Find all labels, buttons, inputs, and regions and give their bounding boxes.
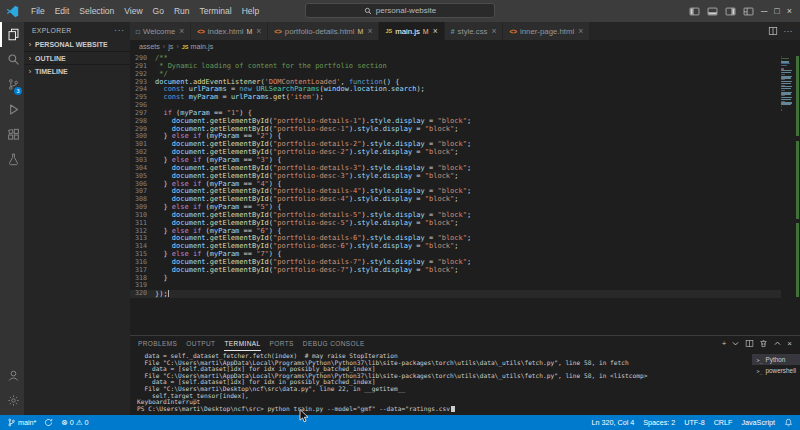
- menu-go[interactable]: Go: [148, 0, 169, 22]
- code-token: =: [218, 93, 231, 101]
- problems-indicator[interactable]: ⊗ 0 ⚠ 0: [61, 418, 88, 427]
- warning-count: 0: [84, 418, 88, 427]
- tab-index-html[interactable]: <>index.htmlM×: [191, 22, 268, 40]
- breadcrumb-item-assets[interactable]: assets: [139, 42, 160, 51]
- close-icon[interactable]: ×: [179, 26, 184, 36]
- menu-edit[interactable]: Edit: [50, 0, 75, 22]
- code-token: getElementById: [210, 140, 269, 148]
- menu-file[interactable]: File: [26, 0, 50, 22]
- minimap[interactable]: [781, 53, 794, 335]
- terminal-picker-icon[interactable]: [731, 339, 740, 348]
- panel-tab-ports[interactable]: PORTS: [270, 336, 294, 351]
- more-actions-icon[interactable]: ···: [784, 27, 794, 36]
- activity-testing[interactable]: [0, 147, 24, 172]
- terminal-label: powershell: [765, 367, 796, 374]
- close-panel-icon[interactable]: ×: [787, 340, 792, 348]
- tab-main-js[interactable]: JSmain.jsM×: [379, 22, 444, 40]
- activity-account[interactable]: [0, 363, 24, 388]
- code-token: ==: [210, 109, 227, 117]
- tab-welcome[interactable]: □Welcome×: [130, 22, 191, 40]
- terminal-list-item-powershell[interactable]: >_powershell: [752, 365, 800, 376]
- code-token: document: [172, 140, 206, 148]
- sidebar-section-outline[interactable]: ›OUTLINE: [24, 51, 130, 64]
- breadcrumb-item-main-js[interactable]: JSmain.js: [182, 42, 214, 51]
- maximize-panel-icon[interactable]: [773, 339, 782, 348]
- menu-view[interactable]: View: [119, 0, 147, 22]
- code-token: "block": [437, 164, 467, 172]
- menu-terminal[interactable]: Terminal: [195, 0, 237, 22]
- minimap-line: [781, 99, 791, 100]
- more-actions-icon[interactable]: ···: [114, 26, 125, 35]
- panel-tab-problems[interactable]: PROBLEMS: [138, 336, 177, 351]
- new-terminal-icon[interactable]: +: [722, 340, 727, 348]
- indentation-indicator[interactable]: Spaces: 2: [643, 418, 675, 427]
- activity-settings[interactable]: [0, 388, 24, 413]
- layout-secondary-icon[interactable]: [725, 6, 736, 17]
- panel-tab-terminal[interactable]: TERMINAL: [224, 336, 260, 351]
- code-token: display: [395, 140, 425, 148]
- git-branch-indicator[interactable]: main*: [7, 418, 36, 427]
- code-token: ==: [239, 132, 256, 140]
- cursor-position-indicator[interactable]: Ln 320, Col 4: [592, 418, 635, 427]
- minimize-icon[interactable]: ─: [761, 7, 767, 16]
- menu-help[interactable]: Help: [237, 0, 264, 22]
- code-token: "block": [425, 242, 455, 250]
- sidebar-section-timeline[interactable]: ›TIMELINE: [24, 64, 130, 77]
- code-line-291: 291 * Dynamic loading of content for the…: [130, 63, 781, 71]
- eol-indicator[interactable]: CRLF: [714, 418, 733, 427]
- notifications-bell-icon[interactable]: [784, 418, 793, 427]
- maximize-icon[interactable]: □: [774, 7, 779, 16]
- command-center-search[interactable]: personal-website: [305, 3, 495, 18]
- tab-portfolio-details-html[interactable]: <>portfolio-details.htmlM×: [268, 22, 379, 40]
- breadcrumb-item-js[interactable]: js: [168, 42, 173, 51]
- close-icon[interactable]: ×: [433, 26, 438, 36]
- code-token: display: [383, 242, 413, 250]
- activity-extensions[interactable]: [0, 122, 24, 147]
- code-token: "portfolio-desc-5": [273, 219, 349, 227]
- close-icon[interactable]: ×: [367, 26, 372, 36]
- layout-sidebar-icon[interactable]: [689, 6, 700, 17]
- activity-search[interactable]: [0, 47, 24, 72]
- close-icon[interactable]: ×: [491, 26, 496, 36]
- kill-terminal-icon[interactable]: [759, 339, 768, 348]
- code-token: else: [172, 227, 189, 235]
- split-editor-icon[interactable]: [768, 26, 778, 36]
- terminal-list-item-python[interactable]: >_Python: [752, 354, 800, 365]
- customize-layout-icon[interactable]: [743, 6, 754, 17]
- tab-inner-page-html[interactable]: <>inner-page.html×: [503, 22, 590, 40]
- split-terminal-icon[interactable]: [745, 339, 754, 348]
- menu-selection[interactable]: Selection: [74, 0, 119, 22]
- sidebar-section-personal-website[interactable]: ›PERSONAL WEBSITE: [24, 38, 130, 51]
- extensions-icon: [7, 128, 20, 141]
- code-token: "portfolio-desc-3": [273, 172, 349, 180]
- tab-style-css[interactable]: #style.css×: [445, 22, 504, 40]
- panel-body: data = self._dataset_fetcher.fetch(index…: [130, 351, 800, 415]
- branch-icon: [7, 418, 16, 427]
- close-icon[interactable]: ×: [787, 7, 792, 16]
- panel-tab-output[interactable]: OUTPUT: [186, 336, 215, 351]
- js-file-icon: JS: [182, 44, 189, 50]
- layout-panel-icon[interactable]: [707, 6, 718, 17]
- terminal-output[interactable]: data = self._dataset_fetcher.fetch(index…: [130, 351, 752, 415]
- encoding-indicator[interactable]: UTF-8: [684, 418, 704, 427]
- code-token: "portfolio-details-4": [273, 187, 362, 195]
- code-token: const: [163, 93, 184, 101]
- code-editor[interactable]: 290/**291 * Dynamic loading of content f…: [130, 53, 800, 335]
- code-token: document: [172, 117, 206, 125]
- minimap-line: [781, 74, 785, 75]
- code-token: display: [395, 234, 425, 242]
- close-icon[interactable]: ×: [256, 26, 261, 36]
- sync-button[interactable]: [44, 418, 53, 427]
- activity-source-control[interactable]: 3: [0, 72, 24, 97]
- activity-run-debug[interactable]: [0, 97, 24, 122]
- code-token: 'item': [290, 93, 315, 101]
- code-token: [155, 219, 172, 227]
- activity-explorer[interactable]: [0, 22, 24, 47]
- code-token: ) {: [269, 203, 282, 211]
- code-token: addEventListener: [193, 78, 260, 86]
- code-token: */: [155, 70, 168, 78]
- close-icon[interactable]: ×: [578, 26, 583, 36]
- language-indicator[interactable]: JavaScript: [741, 418, 775, 427]
- panel-tab-debug-console[interactable]: DEBUG CONSOLE: [303, 336, 365, 351]
- menu-run[interactable]: Run: [169, 0, 195, 22]
